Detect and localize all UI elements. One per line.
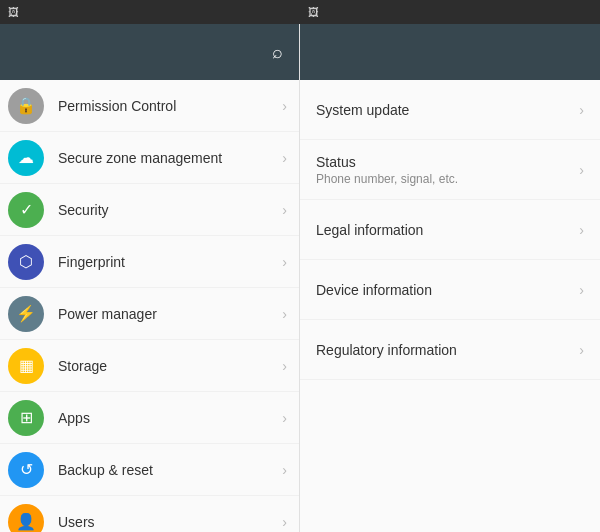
fingerprint-label: Fingerprint: [58, 254, 282, 270]
security-label: Security: [58, 202, 282, 218]
status-bar-left: 🖼: [0, 0, 300, 24]
legal-information-chevron: ›: [579, 222, 584, 238]
device-information-content: Device information: [316, 282, 579, 298]
status-chevron: ›: [579, 162, 584, 178]
about-item-system-update[interactable]: System update›: [300, 80, 600, 140]
about-item-device-information[interactable]: Device information›: [300, 260, 600, 320]
regulatory-information-content: Regulatory information: [316, 342, 579, 358]
status-bar-right: 🖼: [300, 0, 600, 24]
screenshot-icon-right: 🖼: [308, 6, 319, 18]
device-information-chevron: ›: [579, 282, 584, 298]
settings-item-backup-reset[interactable]: ↺Backup & reset›: [0, 444, 299, 496]
fingerprint-chevron: ›: [282, 254, 287, 270]
search-button[interactable]: ⌕: [272, 42, 283, 63]
about-header: [300, 24, 600, 80]
apps-chevron: ›: [282, 410, 287, 426]
regulatory-information-title: Regulatory information: [316, 342, 579, 358]
backup-reset-chevron: ›: [282, 462, 287, 478]
backup-reset-label: Backup & reset: [58, 462, 282, 478]
about-list: System update›StatusPhone number, signal…: [300, 80, 600, 532]
power-manager-label: Power manager: [58, 306, 282, 322]
settings-item-fingerprint[interactable]: ⬡Fingerprint›: [0, 236, 299, 288]
regulatory-information-chevron: ›: [579, 342, 584, 358]
security-chevron: ›: [282, 202, 287, 218]
storage-icon: ▦: [8, 348, 44, 384]
settings-item-power-manager[interactable]: ⚡Power manager›: [0, 288, 299, 340]
settings-item-apps[interactable]: ⊞Apps›: [0, 392, 299, 444]
backup-reset-icon: ↺: [8, 452, 44, 488]
main-content: ⌕ 🔒Permission Control›☁Secure zone manag…: [0, 24, 600, 532]
security-icon: ✓: [8, 192, 44, 228]
fingerprint-icon: ⬡: [8, 244, 44, 280]
permission-control-label: Permission Control: [58, 98, 282, 114]
users-label: Users: [58, 514, 282, 530]
settings-item-secure-zone[interactable]: ☁Secure zone management›: [0, 132, 299, 184]
legal-information-content: Legal information: [316, 222, 579, 238]
settings-item-users[interactable]: 👤Users›: [0, 496, 299, 532]
secure-zone-icon: ☁: [8, 140, 44, 176]
system-update-title: System update: [316, 102, 579, 118]
screenshot-icon-left: 🖼: [8, 6, 19, 18]
system-update-content: System update: [316, 102, 579, 118]
apps-icon: ⊞: [8, 400, 44, 436]
status-subtitle: Phone number, signal, etc.: [316, 172, 579, 186]
status-content: StatusPhone number, signal, etc.: [316, 154, 579, 186]
users-icon: 👤: [8, 504, 44, 533]
permission-control-icon: 🔒: [8, 88, 44, 124]
settings-item-permission-control[interactable]: 🔒Permission Control›: [0, 80, 299, 132]
permission-control-chevron: ›: [282, 98, 287, 114]
apps-label: Apps: [58, 410, 282, 426]
users-chevron: ›: [282, 514, 287, 530]
legal-information-title: Legal information: [316, 222, 579, 238]
about-item-regulatory-information[interactable]: Regulatory information›: [300, 320, 600, 380]
right-panel: System update›StatusPhone number, signal…: [300, 24, 600, 532]
storage-label: Storage: [58, 358, 282, 374]
storage-chevron: ›: [282, 358, 287, 374]
status-title: Status: [316, 154, 579, 170]
left-panel: ⌕ 🔒Permission Control›☁Secure zone manag…: [0, 24, 300, 532]
about-item-legal-information[interactable]: Legal information›: [300, 200, 600, 260]
power-manager-chevron: ›: [282, 306, 287, 322]
secure-zone-label: Secure zone management: [58, 150, 282, 166]
settings-item-security[interactable]: ✓Security›: [0, 184, 299, 236]
status-bar: 🖼 🖼: [0, 0, 600, 24]
about-item-status[interactable]: StatusPhone number, signal, etc.›: [300, 140, 600, 200]
system-update-chevron: ›: [579, 102, 584, 118]
device-information-title: Device information: [316, 282, 579, 298]
settings-header: ⌕: [0, 24, 299, 80]
secure-zone-chevron: ›: [282, 150, 287, 166]
power-manager-icon: ⚡: [8, 296, 44, 332]
settings-item-storage[interactable]: ▦Storage›: [0, 340, 299, 392]
settings-list: 🔒Permission Control›☁Secure zone managem…: [0, 80, 299, 532]
